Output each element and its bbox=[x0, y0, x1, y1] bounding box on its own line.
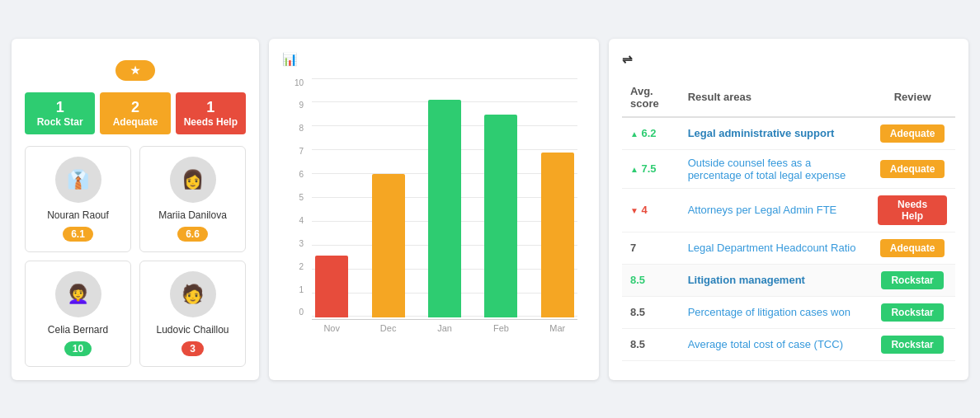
area-link[interactable]: Litigation management bbox=[688, 274, 805, 286]
area-link[interactable]: Outside counsel fees as a percentage of … bbox=[688, 157, 846, 181]
review-cell: Rockstar bbox=[869, 328, 955, 360]
dashboard: 1Rock Star2Adequate1Needs Help 👔 Nouran … bbox=[12, 39, 968, 380]
area-link[interactable]: Legal administrative support bbox=[688, 127, 835, 139]
member-score: 6.1 bbox=[63, 227, 93, 242]
table-head: Avg. scoreResult areasReview bbox=[622, 78, 955, 117]
chart-title: 📊 bbox=[282, 52, 586, 67]
stat-row: 1Rock Star2Adequate1Needs Help bbox=[25, 92, 246, 134]
bar-group bbox=[368, 78, 408, 317]
stat-label: Adequate bbox=[113, 116, 158, 128]
review-cell: Needs Help bbox=[869, 188, 955, 232]
review-cell: Adequate bbox=[869, 232, 955, 264]
chart-container bbox=[282, 78, 586, 317]
member-card: 👔 Nouran Raouf 6.1 bbox=[25, 146, 131, 252]
x-label: Jan bbox=[425, 323, 464, 333]
table-row: ▼ 4Attorneys per Legal Admin FTENeeds He… bbox=[622, 188, 955, 232]
avatar: 🧑 bbox=[170, 271, 216, 317]
area-cell[interactable]: Legal Department Headcount Ratio bbox=[680, 232, 870, 264]
table-row: ▲ 7.5Outside counsel fees as a percentag… bbox=[622, 149, 955, 188]
x-label: Mar bbox=[538, 323, 577, 333]
review-cell: Rockstar bbox=[869, 264, 955, 296]
table-col-header: Result areas bbox=[680, 78, 870, 117]
result-icon: ⇌ bbox=[622, 52, 633, 67]
area-link[interactable]: Attorneys per Legal Admin FTE bbox=[688, 204, 837, 216]
review-button[interactable]: Rockstar bbox=[881, 303, 943, 322]
stat-box-rock-star: 1Rock Star bbox=[25, 92, 95, 134]
result-table: Avg. scoreResult areasReview ▲ 6.2Legal … bbox=[622, 78, 955, 361]
table-row: 7Legal Department Headcount RatioAdequat… bbox=[622, 232, 955, 264]
review-button[interactable]: Rockstar bbox=[881, 271, 943, 289]
x-label: Feb bbox=[481, 323, 521, 333]
area-cell[interactable]: Legal administrative support bbox=[680, 117, 870, 150]
member-name: Ludovic Chaillou bbox=[147, 324, 238, 336]
stat-label: Rock Star bbox=[37, 116, 83, 128]
member-score: 10 bbox=[64, 341, 92, 356]
member-card: 👩 Mariia Danilova 6.6 bbox=[139, 146, 246, 252]
stat-count: 1 bbox=[181, 99, 241, 116]
table-row: ▲ 6.2Legal administrative supportAdequat… bbox=[622, 117, 955, 150]
stat-label: Needs Help bbox=[184, 116, 238, 128]
bar bbox=[484, 115, 517, 317]
mid-panel: 📊 109876543210 NovDecJanFebMar bbox=[269, 39, 599, 380]
score-cell: 8.5 bbox=[622, 296, 680, 328]
bar bbox=[372, 174, 405, 317]
bar bbox=[315, 256, 348, 317]
member-name: Celia Bernard bbox=[32, 324, 124, 336]
review-button[interactable]: Adequate bbox=[880, 160, 945, 178]
review-cell: Rockstar bbox=[869, 296, 955, 328]
avatar: 👩‍🦱 bbox=[55, 271, 101, 317]
table-row: 8.5Litigation managementRockstar bbox=[622, 264, 955, 296]
area-link[interactable]: Percentage of litigation cases won bbox=[688, 306, 850, 318]
chart-area: 109876543210 NovDecJanFebMar bbox=[282, 78, 586, 359]
bar bbox=[428, 100, 461, 317]
result-title: ⇌ bbox=[622, 52, 955, 67]
bar-group bbox=[538, 78, 577, 317]
area-cell[interactable]: Outside counsel fees as a percentage of … bbox=[680, 149, 870, 188]
table-col-header: Avg. score bbox=[622, 78, 680, 117]
review-button[interactable]: Adequate bbox=[880, 239, 945, 257]
score-cell: 8.5 bbox=[622, 264, 680, 296]
score-cell: ▼ 4 bbox=[622, 188, 680, 232]
x-label: Nov bbox=[312, 323, 351, 333]
area-cell[interactable]: Litigation management bbox=[680, 264, 870, 296]
area-cell[interactable]: Attorneys per Legal Admin FTE bbox=[680, 188, 870, 232]
member-score: 3 bbox=[181, 341, 204, 356]
bar bbox=[541, 153, 574, 317]
table-body: ▲ 6.2Legal administrative supportAdequat… bbox=[622, 117, 955, 361]
table-row: 8.5Average total cost of case (TCC)Rocks… bbox=[622, 328, 955, 360]
review-cell: Adequate bbox=[869, 149, 955, 188]
score-cell: ▲ 6.2 bbox=[622, 117, 680, 150]
score-cell: ▲ 7.5 bbox=[622, 149, 680, 188]
chart-icon: 📊 bbox=[282, 52, 298, 67]
review-button[interactable]: Needs Help bbox=[878, 195, 947, 225]
table-col-header: Review bbox=[869, 78, 955, 117]
area-cell[interactable]: Average total cost of case (TCC) bbox=[680, 328, 870, 360]
stat-count: 1 bbox=[30, 99, 90, 116]
left-panel: 1Rock Star2Adequate1Needs Help 👔 Nouran … bbox=[12, 39, 259, 380]
table-row: 8.5Percentage of litigation cases wonRoc… bbox=[622, 296, 955, 328]
member-name: Mariia Danilova bbox=[147, 209, 238, 221]
review-button[interactable]: Adequate bbox=[880, 124, 945, 143]
area-link[interactable]: Legal Department Headcount Ratio bbox=[688, 242, 856, 254]
review-cell: Adequate bbox=[869, 117, 955, 150]
member-score: 6.6 bbox=[177, 227, 208, 242]
x-axis-line bbox=[312, 319, 577, 320]
table-header-row: Avg. scoreResult areasReview bbox=[622, 78, 955, 117]
stat-box-adequate: 2Adequate bbox=[100, 92, 170, 134]
x-label: Dec bbox=[368, 323, 408, 333]
bar-group bbox=[481, 78, 521, 317]
review-button[interactable]: Rockstar bbox=[881, 336, 943, 354]
member-card: 🧑 Ludovic Chaillou 3 bbox=[139, 261, 246, 367]
score-cell: 7 bbox=[622, 232, 680, 264]
dept-badge bbox=[115, 60, 155, 81]
bar-group bbox=[425, 78, 464, 317]
right-panel: ⇌ Avg. scoreResult areasReview ▲ 6.2Lega… bbox=[609, 39, 968, 380]
adequate-badge-container bbox=[25, 60, 246, 81]
member-card: 👩‍🦱 Celia Bernard 10 bbox=[25, 261, 131, 367]
area-cell[interactable]: Percentage of litigation cases won bbox=[680, 296, 870, 328]
score-cell: 8.5 bbox=[622, 328, 680, 360]
bar-group bbox=[312, 78, 351, 317]
area-link[interactable]: Average total cost of case (TCC) bbox=[688, 338, 843, 350]
avatar: 👔 bbox=[55, 157, 101, 203]
stat-box-needs-help: 1Needs Help bbox=[176, 92, 246, 134]
